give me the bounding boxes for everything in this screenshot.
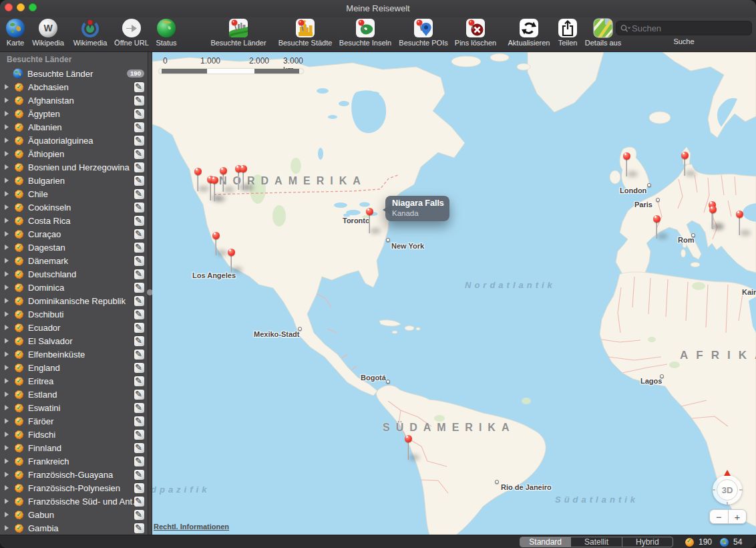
- sidebar-country-row[interactable]: Cookinseln: [0, 200, 148, 214]
- zoom-out-button[interactable]: −: [709, 509, 728, 524]
- edit-pencil-icon[interactable]: [134, 136, 144, 146]
- edit-pencil-icon[interactable]: [134, 390, 144, 400]
- edit-pencil-icon[interactable]: [134, 122, 144, 132]
- toolbar-button-status[interactable]: Status: [130, 18, 203, 47]
- disclosure-triangle-icon[interactable]: [5, 124, 11, 130]
- disclosure-triangle-icon[interactable]: [5, 245, 11, 250]
- segment-hybrid[interactable]: Hybrid: [622, 537, 673, 547]
- sidebar-country-row[interactable]: Frankreich: [0, 454, 148, 468]
- disclosure-triangle-icon[interactable]: [5, 191, 11, 196]
- edit-pencil-icon[interactable]: [134, 416, 144, 426]
- sidebar-country-row[interactable]: Chile: [0, 187, 148, 200]
- disclosure-triangle-icon[interactable]: [5, 311, 11, 317]
- sidebar-country-row[interactable]: Bosnien und Herzegowina: [0, 160, 148, 174]
- disclosure-triangle-icon[interactable]: [5, 432, 11, 437]
- sidebar-country-row[interactable]: Bulgarien: [0, 174, 148, 187]
- edit-pencil-icon[interactable]: [134, 229, 144, 239]
- edit-pencil-icon[interactable]: [134, 162, 144, 172]
- compass-3d-control[interactable]: 3D: [713, 475, 742, 505]
- disclosure-triangle-icon[interactable]: [5, 485, 11, 491]
- sidebar-country-row[interactable]: Französisch-Guayana: [0, 468, 148, 481]
- edit-pencil-icon[interactable]: [134, 456, 144, 466]
- edit-pencil-icon[interactable]: [134, 323, 144, 333]
- edit-pencil-icon[interactable]: [134, 202, 144, 213]
- sidebar-country-row[interactable]: Estland: [0, 388, 148, 401]
- sidebar-country-row[interactable]: Curaçao: [0, 227, 148, 241]
- sidebar-country-row[interactable]: Gabun: [0, 508, 148, 521]
- edit-pencil-icon[interactable]: [134, 149, 144, 159]
- edit-pencil-icon[interactable]: [134, 523, 144, 533]
- sidebar-country-row[interactable]: Dänemark: [0, 254, 148, 267]
- sidebar-country-row[interactable]: Albanien: [0, 120, 148, 134]
- sidebar-splitter[interactable]: [148, 52, 152, 535]
- disclosure-triangle-icon[interactable]: [5, 365, 11, 370]
- sidebar-country-row[interactable]: Färöer: [0, 414, 148, 428]
- edit-pencil-icon[interactable]: [134, 497, 144, 507]
- edit-pencil-icon[interactable]: [134, 483, 144, 493]
- search-field[interactable]: [616, 21, 752, 35]
- zoom-in-button[interactable]: +: [728, 509, 747, 524]
- edit-pencil-icon[interactable]: [134, 443, 144, 453]
- sidebar-country-row[interactable]: Fidschi: [0, 428, 148, 441]
- edit-pencil-icon[interactable]: [134, 510, 144, 520]
- edit-pencil-icon[interactable]: [134, 350, 144, 360]
- sidebar-country-row[interactable]: Elfenbeinküste: [0, 348, 148, 361]
- edit-pencil-icon[interactable]: [134, 309, 144, 319]
- sidebar-country-row[interactable]: Eritrea: [0, 374, 148, 388]
- edit-pencil-icon[interactable]: [134, 403, 144, 413]
- disclosure-triangle-icon[interactable]: [5, 338, 11, 344]
- disclosure-triangle-icon[interactable]: [5, 298, 11, 303]
- edit-pencil-icon[interactable]: [134, 283, 144, 293]
- disclosure-triangle-icon[interactable]: [5, 458, 11, 464]
- sidebar-country-row[interactable]: Dagestan: [0, 241, 148, 254]
- edit-pencil-icon[interactable]: [134, 296, 144, 306]
- edit-pencil-icon[interactable]: [134, 216, 144, 226]
- legal-info-link[interactable]: Rechtl. Informationen: [154, 523, 229, 531]
- disclosure-triangle-icon[interactable]: [5, 111, 11, 116]
- disclosure-triangle-icon[interactable]: [5, 285, 11, 290]
- segment-satellit[interactable]: Satellit: [571, 537, 622, 547]
- edit-pencil-icon[interactable]: [134, 109, 144, 119]
- disclosure-triangle-icon[interactable]: [5, 271, 11, 277]
- sidebar-country-row[interactable]: Abchasien: [0, 80, 148, 94]
- sidebar-country-row[interactable]: Gambia: [0, 521, 148, 535]
- edit-pencil-icon[interactable]: [134, 336, 144, 346]
- disclosure-triangle-icon[interactable]: [5, 151, 11, 156]
- edit-pencil-icon[interactable]: [134, 363, 144, 373]
- sidebar-root-item[interactable]: Besuchte Länder 190: [0, 67, 148, 80]
- sidebar-country-row[interactable]: Französische Süd- und Ant…: [0, 495, 148, 508]
- disclosure-triangle-icon[interactable]: [5, 164, 11, 170]
- disclosure-triangle-icon[interactable]: [5, 499, 11, 504]
- disclosure-triangle-icon[interactable]: [5, 231, 11, 237]
- edit-pencil-icon[interactable]: [134, 470, 144, 480]
- sidebar-country-row[interactable]: Afghanistan: [0, 94, 148, 107]
- sidebar-country-row[interactable]: Ägypten: [0, 107, 148, 120]
- disclosure-triangle-icon[interactable]: [5, 512, 11, 517]
- sidebar-country-row[interactable]: Finnland: [0, 441, 148, 454]
- search-input[interactable]: [630, 23, 747, 34]
- disclosure-triangle-icon[interactable]: [5, 418, 11, 424]
- disclosure-triangle-icon[interactable]: [5, 98, 11, 103]
- disclosure-triangle-icon[interactable]: [5, 472, 11, 477]
- edit-pencil-icon[interactable]: [134, 376, 144, 386]
- disclosure-triangle-icon[interactable]: [5, 445, 11, 450]
- threed-label[interactable]: 3D: [717, 479, 738, 501]
- edit-pencil-icon[interactable]: [134, 189, 144, 199]
- edit-pencil-icon[interactable]: [134, 430, 144, 440]
- disclosure-triangle-icon[interactable]: [5, 84, 11, 90]
- sidebar-country-row[interactable]: Äthiopien: [0, 147, 148, 160]
- disclosure-triangle-icon[interactable]: [5, 218, 11, 223]
- sidebar-country-row[interactable]: Eswatini: [0, 401, 148, 414]
- sidebar-country-row[interactable]: El Salvador: [0, 334, 148, 348]
- disclosure-triangle-icon[interactable]: [5, 178, 11, 183]
- sidebar-country-row[interactable]: Ecuador: [0, 321, 148, 334]
- sidebar-country-row[interactable]: Dominica: [0, 281, 148, 294]
- toolbar-button-besuchte-laender[interactable]: Besuchte Länder: [202, 18, 275, 47]
- sidebar-country-row[interactable]: England: [0, 361, 148, 374]
- disclosure-triangle-icon[interactable]: [5, 378, 11, 384]
- disclosure-triangle-icon[interactable]: [5, 352, 11, 357]
- edit-pencil-icon[interactable]: [134, 96, 144, 106]
- edit-pencil-icon[interactable]: [134, 243, 144, 253]
- edit-pencil-icon[interactable]: [134, 269, 144, 279]
- map-callout[interactable]: Niagara Falls Kanada: [385, 196, 449, 221]
